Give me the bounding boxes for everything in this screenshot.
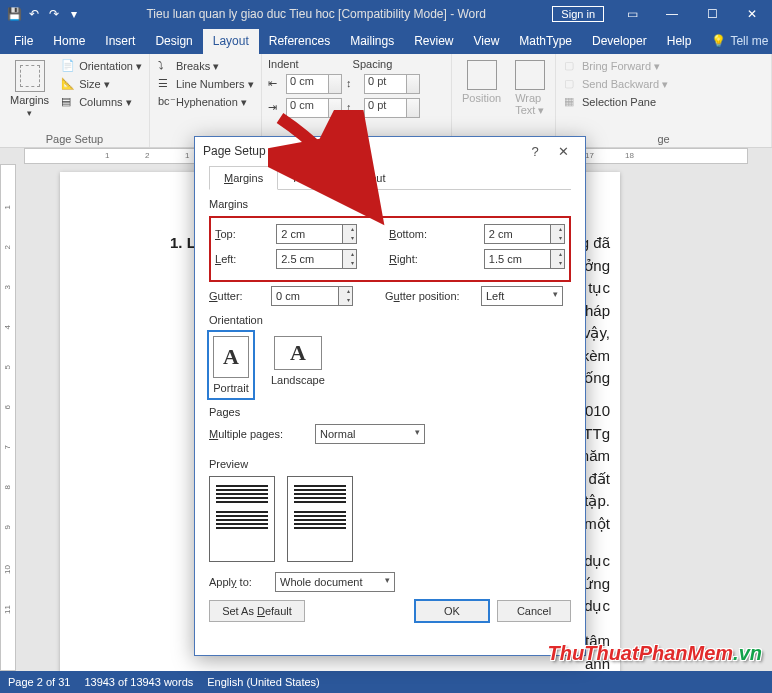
position-button: Position xyxy=(458,58,505,145)
ribbon-tab-strip: File Home Insert Design Layout Reference… xyxy=(0,28,772,54)
ribbon-display-options-icon[interactable]: ▭ xyxy=(612,0,652,28)
status-page[interactable]: Page 2 of 31 xyxy=(8,676,70,688)
quick-access-toolbar: 💾 ↶ ↷ ▾ xyxy=(0,6,88,22)
tab-view[interactable]: View xyxy=(464,29,510,54)
size-icon: 📐 xyxy=(61,77,75,91)
gutter-label: Gutter: xyxy=(209,290,265,302)
tab-layout[interactable]: Layout xyxy=(203,29,259,54)
tab-file[interactable]: File xyxy=(4,29,43,54)
indent-left-input[interactable]: 0 cm xyxy=(286,74,342,94)
columns-icon: ▤ xyxy=(61,95,75,109)
preview-section-header: Preview xyxy=(209,458,571,470)
top-input[interactable]: 2 cm xyxy=(276,224,357,244)
margins-section-header: Margins xyxy=(209,198,571,210)
top-label: Top: xyxy=(215,228,270,240)
title-bar: 💾 ↶ ↷ ▾ Tieu luan quan ly giao duc Tieu … xyxy=(0,0,772,28)
apply-to-select[interactable]: Whole document xyxy=(275,572,395,592)
left-label: Left: xyxy=(215,253,270,265)
redo-icon[interactable]: ↷ xyxy=(46,6,62,22)
minimize-button[interactable]: — xyxy=(652,0,692,28)
orientation-icon: 📄 xyxy=(61,59,75,73)
status-words[interactable]: 13943 of 13943 words xyxy=(84,676,193,688)
breaks-button[interactable]: ⤵Breaks ▾ xyxy=(156,58,256,74)
page-setup-group-label: Page Setup xyxy=(6,131,143,145)
spacing-after-input[interactable]: 0 pt xyxy=(364,98,420,118)
tab-help[interactable]: Help xyxy=(657,29,702,54)
page-setup-dialog: Page Setup ? ✕ Margins Paper Layout Marg… xyxy=(194,136,586,656)
gutter-position-label: Gutter position: xyxy=(385,290,475,302)
tab-developer[interactable]: Developer xyxy=(582,29,657,54)
spacing-before-input[interactable]: 0 pt xyxy=(364,74,420,94)
dialog-close-button[interactable]: ✕ xyxy=(549,144,577,159)
set-as-default-button[interactable]: Set As Default xyxy=(209,600,305,622)
line-numbers-button[interactable]: ☰Line Numbers ▾ xyxy=(156,76,256,92)
margins-highlight-box: Top: 2 cm Bottom: 2 cm Left: 2.5 cm Righ… xyxy=(209,216,571,282)
portrait-label: Portrait xyxy=(213,382,248,394)
portrait-option[interactable]: A Portrait xyxy=(209,332,253,398)
indent-right-input[interactable]: 0 cm xyxy=(286,98,342,118)
cancel-button[interactable]: Cancel xyxy=(497,600,571,622)
orientation-button[interactable]: 📄Orientation ▾ xyxy=(59,58,144,74)
wrap-text-button: Wrap Text ▾ xyxy=(511,58,549,145)
bottom-input[interactable]: 2 cm xyxy=(484,224,565,244)
hyphenation-icon: bc⁻ xyxy=(158,95,172,109)
send-backward-button: ▢Send Backward ▾ xyxy=(562,76,670,92)
ribbon: Margins ▾ 📄Orientation ▾ 📐Size ▾ ▤Column… xyxy=(0,54,772,148)
dialog-tab-paper[interactable]: Paper xyxy=(278,166,337,190)
spacing-after-icon: ↕ xyxy=(346,101,360,115)
tab-mathtype[interactable]: MathType xyxy=(509,29,582,54)
left-input[interactable]: 2.5 cm xyxy=(276,249,357,269)
spacing-heading: Spacing xyxy=(353,58,393,70)
breaks-icon: ⤵ xyxy=(158,59,172,73)
bulb-icon: 💡 xyxy=(711,34,726,48)
dialog-help-button[interactable]: ? xyxy=(521,144,549,159)
orientation-section-header: Orientation xyxy=(209,314,571,326)
tab-review[interactable]: Review xyxy=(404,29,463,54)
save-icon[interactable]: 💾 xyxy=(6,6,22,22)
tab-references[interactable]: References xyxy=(259,29,340,54)
preview-page-1 xyxy=(209,476,275,562)
qat-customize-icon[interactable]: ▾ xyxy=(66,6,82,22)
maximize-button[interactable]: ☐ xyxy=(692,0,732,28)
tab-mailings[interactable]: Mailings xyxy=(340,29,404,54)
dialog-tabs: Margins Paper Layout xyxy=(209,165,571,190)
indent-heading: Indent xyxy=(268,58,299,70)
selection-pane-icon: ▦ xyxy=(564,95,578,109)
dialog-tab-layout[interactable]: Layout xyxy=(338,166,401,190)
undo-icon[interactable]: ↶ xyxy=(26,6,42,22)
tell-me-search[interactable]: 💡Tell me xyxy=(701,29,772,54)
bring-forward-icon: ▢ xyxy=(564,59,578,73)
ok-button[interactable]: OK xyxy=(415,600,489,622)
tab-design[interactable]: Design xyxy=(145,29,202,54)
preview-pane xyxy=(209,476,571,562)
right-label: Right: xyxy=(389,253,478,265)
send-backward-icon: ▢ xyxy=(564,77,578,91)
pages-section-header: Pages xyxy=(209,406,571,418)
dialog-title-bar[interactable]: Page Setup ? ✕ xyxy=(195,137,585,165)
multiple-pages-select[interactable]: Normal xyxy=(315,424,425,444)
landscape-option[interactable]: A Landscape xyxy=(267,332,329,398)
columns-button[interactable]: ▤Columns ▾ xyxy=(59,94,144,110)
size-button[interactable]: 📐Size ▾ xyxy=(59,76,144,92)
tab-home[interactable]: Home xyxy=(43,29,95,54)
close-button[interactable]: ✕ xyxy=(732,0,772,28)
status-bar: Page 2 of 31 13943 of 13943 words Englis… xyxy=(0,671,772,693)
bottom-label: Bottom: xyxy=(389,228,478,240)
doc-text-strip-3: dục ứng dục xyxy=(583,550,610,618)
hyphenation-button[interactable]: bc⁻Hyphenation ▾ xyxy=(156,94,256,110)
dialog-title: Page Setup xyxy=(203,144,266,158)
portrait-icon: A xyxy=(213,336,249,378)
tab-insert[interactable]: Insert xyxy=(95,29,145,54)
dialog-tab-margins[interactable]: Margins xyxy=(209,166,278,190)
gutter-input[interactable]: 0 cm xyxy=(271,286,353,306)
margins-button[interactable]: Margins ▾ xyxy=(6,58,53,131)
sign-in-button[interactable]: Sign in xyxy=(552,6,604,22)
gutter-position-select[interactable]: Left xyxy=(481,286,563,306)
wrap-icon xyxy=(515,60,545,90)
right-input[interactable]: 1.5 cm xyxy=(484,249,565,269)
selection-pane-button[interactable]: ▦Selection Pane xyxy=(562,94,670,110)
status-language[interactable]: English (United States) xyxy=(207,676,320,688)
indent-left-icon: ⇤ xyxy=(268,77,282,91)
indent-right-icon: ⇥ xyxy=(268,101,282,115)
vertical-ruler[interactable]: 1234567891011 xyxy=(0,164,16,671)
